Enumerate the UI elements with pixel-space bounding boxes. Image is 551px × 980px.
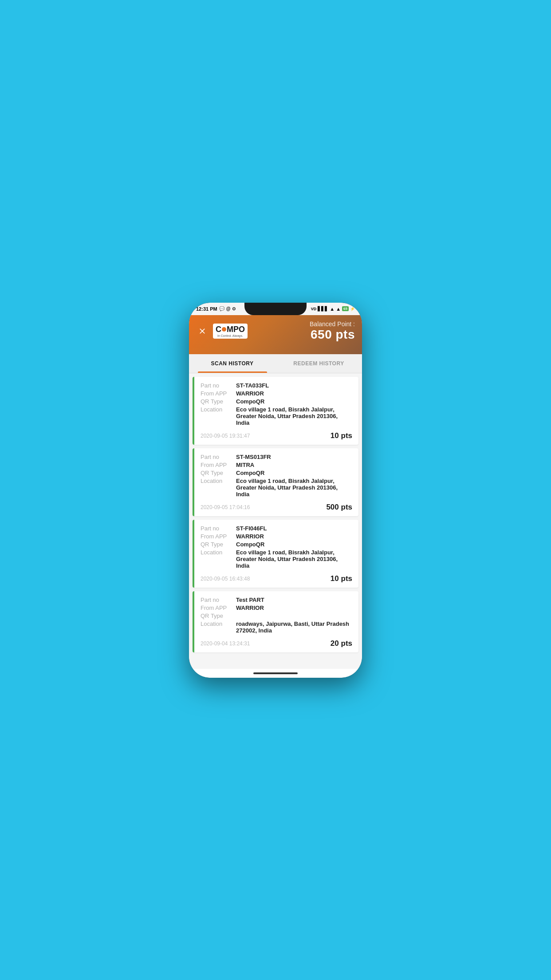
location-label: Location	[201, 406, 236, 426]
part-no-label: Part no	[201, 454, 236, 460]
qr-type-label: QR Type	[201, 398, 236, 405]
charging-icon: ⚡	[350, 307, 355, 311]
content-area[interactable]: Part no ST-TA033FL From APP WARRIOR QR T…	[189, 373, 362, 669]
history-card: Part no ST-MS013FR From APP MITRA QR Typ…	[193, 448, 358, 516]
close-button[interactable]	[196, 325, 209, 337]
qr-type-label: QR Type	[201, 470, 236, 476]
history-card: Part no ST-TA033FL From APP WARRIOR QR T…	[193, 377, 358, 445]
location-value: roadways, Jaipurwa, Basti, Uttar Pradesh…	[236, 620, 352, 634]
notch	[244, 303, 307, 315]
card-row-partno: Part no ST-FI046FL	[201, 525, 352, 532]
part-no-label: Part no	[201, 382, 236, 389]
card-points: 10 pts	[331, 574, 352, 583]
time-display: 12:31 PM	[196, 306, 217, 312]
card-row-partno: Part no Test PART	[201, 597, 352, 603]
card-row-location: Location Eco village 1 road, Bisrakh Jal…	[201, 478, 352, 498]
location-value: Eco village 1 road, Bisrakh Jalalpur, Gr…	[236, 549, 352, 569]
part-no-value: ST-MS013FR	[236, 454, 352, 460]
home-bar	[253, 672, 298, 674]
wifi2-icon: ▲	[336, 306, 341, 312]
battery-icon: 65	[342, 306, 349, 311]
card-footer: 2020-09-05 19:31:47 10 pts	[201, 430, 352, 440]
part-no-label: Part no	[201, 525, 236, 532]
wifi-icon: ▲	[330, 306, 335, 312]
card-row-fromapp: From APP WARRIOR	[201, 605, 352, 611]
card-row-fromapp: From APP MITRA	[201, 462, 352, 468]
card-row-qrtype: QR Type CompoQR	[201, 470, 352, 476]
card-row-qrtype: QR Type CompoQR	[201, 541, 352, 548]
header-right: Balanced Point : 650 pts	[310, 320, 355, 342]
status-bar-right: VD ▋▋▋ ▲ ▲ 65 ⚡	[311, 306, 355, 312]
logo: C MPO In Control. Always.	[216, 325, 245, 337]
logo-mpo: MPO	[227, 325, 245, 334]
history-card: Part no Test PART From APP WARRIOR QR Ty…	[193, 591, 358, 652]
header-left: C MPO In Control. Always.	[196, 324, 248, 339]
card-row-location: Location Eco village 1 road, Bisrakh Jal…	[201, 406, 352, 426]
card-row-fromapp: From APP WARRIOR	[201, 533, 352, 540]
tab-scan-history[interactable]: SCAN HISTORY	[189, 354, 276, 373]
card-points: 10 pts	[331, 431, 352, 440]
status-bar-left: 12:31 PM 💬 @ ⊙	[196, 306, 236, 312]
card-date: 2020-09-04 13:24:31	[201, 640, 250, 647]
balanced-points: 650 pts	[310, 328, 355, 342]
home-indicator	[189, 669, 362, 678]
location-value: Eco village 1 road, Bisrakh Jalalpur, Gr…	[236, 478, 352, 498]
card-footer: 2020-09-05 16:43:48 10 pts	[201, 573, 352, 583]
card-footer: 2020-09-05 17:04:16 500 pts	[201, 501, 352, 512]
location-label: Location	[201, 549, 236, 569]
logo-c: C	[216, 325, 221, 334]
qr-type-value	[236, 612, 352, 619]
qr-type-value: CompoQR	[236, 470, 352, 476]
qr-type-label: QR Type	[201, 541, 236, 548]
part-no-value: ST-FI046FL	[236, 525, 352, 532]
card-points: 20 pts	[331, 639, 352, 648]
location-value: Eco village 1 road, Bisrakh Jalalpur, Gr…	[236, 406, 352, 426]
part-no-value: ST-TA033FL	[236, 382, 352, 389]
part-no-value: Test PART	[236, 597, 352, 603]
card-date: 2020-09-05 19:31:47	[201, 433, 250, 439]
card-row-fromapp: From APP WARRIOR	[201, 390, 352, 397]
tab-redeem-history[interactable]: REDEEM HISTORY	[276, 354, 362, 373]
location-label: Location	[201, 478, 236, 498]
from-app-label: From APP	[201, 605, 236, 611]
from-app-value: WARRIOR	[236, 390, 352, 397]
header-top: C MPO In Control. Always. Balanced Point…	[196, 320, 355, 342]
qr-type-value: CompoQR	[236, 398, 352, 405]
sim-icon: VD	[311, 307, 317, 311]
card-row-location: Location Eco village 1 road, Bisrakh Jal…	[201, 549, 352, 569]
card-footer: 2020-09-04 13:24:31 20 pts	[201, 637, 352, 648]
at-icon: @	[226, 306, 231, 311]
from-app-value: WARRIOR	[236, 533, 352, 540]
from-app-value: MITRA	[236, 462, 352, 468]
from-app-label: From APP	[201, 533, 236, 540]
card-row-location: Location roadways, Jaipurwa, Basti, Utta…	[201, 620, 352, 634]
card-points: 500 pts	[326, 503, 352, 512]
logo-dot	[222, 327, 226, 332]
logo-container: C MPO In Control. Always.	[213, 324, 248, 339]
card-date: 2020-09-05 16:43:48	[201, 576, 250, 582]
card-row-partno: Part no ST-MS013FR	[201, 454, 352, 460]
card-row-partno: Part no ST-TA033FL	[201, 382, 352, 389]
logo-tagline: In Control. Always.	[216, 334, 245, 337]
location-label: Location	[201, 620, 236, 634]
app-header: C MPO In Control. Always. Balanced Point…	[189, 315, 362, 354]
camera-icon: ⊙	[232, 306, 236, 311]
history-card: Part no ST-FI046FL From APP WARRIOR QR T…	[193, 520, 358, 588]
phone-frame: 12:31 PM 💬 @ ⊙ VD ▋▋▋ ▲ ▲ 65 ⚡	[189, 303, 362, 678]
part-no-label: Part no	[201, 597, 236, 603]
card-row-qrtype: QR Type	[201, 612, 352, 619]
tabs-container: SCAN HISTORY REDEEM HISTORY	[189, 354, 362, 373]
from-app-label: From APP	[201, 462, 236, 468]
whatsapp-icon: 💬	[219, 306, 224, 311]
balanced-label: Balanced Point :	[310, 320, 355, 328]
card-date: 2020-09-05 17:04:16	[201, 504, 250, 510]
from-app-label: From APP	[201, 390, 236, 397]
qr-type-label: QR Type	[201, 612, 236, 619]
card-row-qrtype: QR Type CompoQR	[201, 398, 352, 405]
from-app-value: WARRIOR	[236, 605, 352, 611]
signal-bars-icon: ▋▋▋	[318, 306, 328, 311]
phone-screen: 12:31 PM 💬 @ ⊙ VD ▋▋▋ ▲ ▲ 65 ⚡	[189, 303, 362, 678]
qr-type-value: CompoQR	[236, 541, 352, 548]
